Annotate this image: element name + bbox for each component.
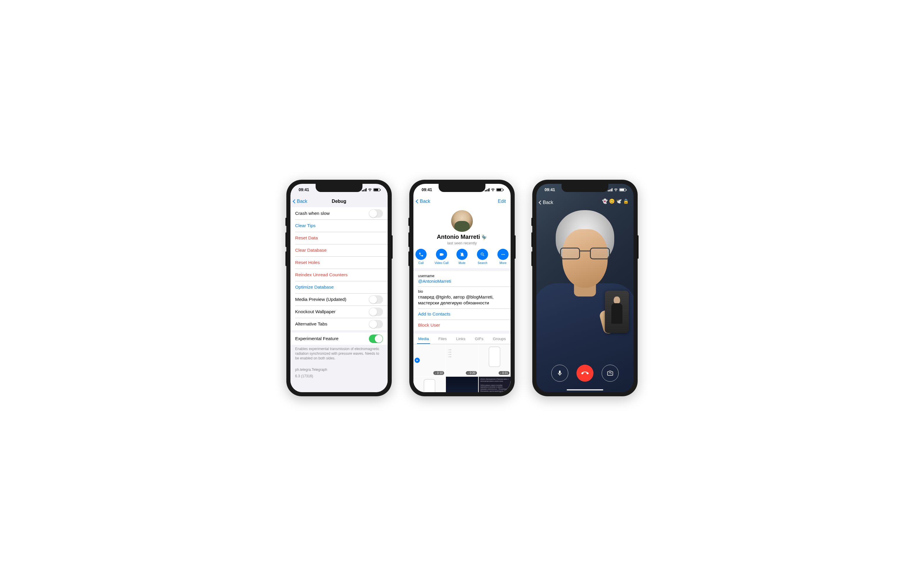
media-tabs: Media Files Links GIFs Groups — [413, 334, 511, 344]
battery-icon — [373, 188, 380, 191]
version-label: 6.3 (17316) — [290, 374, 388, 380]
more-button[interactable]: More — [495, 249, 511, 265]
signal-icon — [485, 188, 490, 191]
bio-value: главред @tginfo, автор @blogMarreti, мас… — [418, 294, 506, 306]
play-icon — [415, 358, 420, 363]
row-media-preview[interactable]: Media Preview (Updated) — [290, 293, 388, 306]
row-knockout-wallpaper[interactable]: Knockout Wallpaper — [290, 306, 388, 318]
toggle-crash[interactable] — [369, 209, 383, 218]
local-video-pip[interactable] — [605, 291, 629, 333]
notch — [439, 184, 485, 192]
back-button[interactable]: Back — [416, 199, 431, 204]
phone-side-button — [285, 218, 287, 226]
camera-flip-icon — [607, 370, 613, 376]
chevron-left-icon — [293, 199, 297, 203]
phone-frame-videocall: 09:41 Back 👻 😊 🕊️ 🔒 — [532, 180, 638, 396]
phone-icon — [419, 252, 424, 257]
status-time: 09:41 — [544, 187, 555, 192]
media-item[interactable]: области, Краснодарском и Пермском краях,… — [479, 377, 511, 392]
more-icon — [501, 252, 506, 257]
call-button[interactable]: Call — [413, 249, 429, 265]
profile-name-text: Antonio Marreti — [437, 234, 480, 240]
toggle-experimental[interactable] — [369, 334, 383, 343]
wifi-icon — [614, 188, 618, 191]
row-label: Optimize Database — [295, 285, 334, 290]
video-call-button[interactable]: Video Call — [434, 249, 449, 265]
row-clear-tips[interactable]: Clear Tips — [290, 219, 388, 232]
tab-gifs[interactable]: GIFs — [474, 334, 485, 344]
media-item[interactable] — [413, 377, 445, 392]
remote-video-feed — [536, 184, 634, 392]
tab-files[interactable]: Files — [437, 334, 448, 344]
info-label: bio — [418, 290, 506, 294]
svg-point-2 — [503, 254, 504, 255]
action-label: Call — [418, 261, 424, 265]
username-block[interactable]: username @AntonioMarreti — [413, 271, 511, 286]
battery-icon — [619, 188, 626, 191]
nav-bar: Back Debug — [290, 195, 388, 207]
row-label: Clear Tips — [295, 223, 315, 228]
block-user-button[interactable]: Block User — [413, 320, 511, 331]
row-clear-database[interactable]: Clear Database — [290, 244, 388, 256]
media-item[interactable]: ↓ 0:10 — [413, 344, 445, 376]
row-label: Knockout Wallpaper — [295, 309, 336, 314]
phone-side-button — [408, 232, 410, 247]
row-optimize-db[interactable]: Optimize Database — [290, 281, 388, 293]
row-reset-data[interactable]: Reset Data — [290, 232, 388, 244]
phone-side-button — [285, 232, 287, 247]
hangup-icon — [581, 370, 589, 377]
row-label: Experimental Feature — [295, 336, 338, 341]
toggle-knockout[interactable] — [369, 307, 383, 316]
phone-frame-debug: 09:41 Back Debug Crash when slow Clear T… — [286, 180, 392, 396]
row-alternative-tabs[interactable]: Alternative Tabs — [290, 318, 388, 330]
notch — [562, 184, 609, 192]
notch — [315, 184, 362, 192]
profile-status: last seen recently — [413, 241, 511, 245]
tab-groups[interactable]: Groups — [492, 334, 507, 344]
wifi-icon — [491, 188, 495, 191]
flip-camera-button[interactable] — [602, 365, 619, 382]
mute-button[interactable]: Mute — [455, 249, 469, 265]
bundle-id: ph.telegra.Telegraph — [290, 366, 388, 374]
avatar[interactable] — [451, 210, 473, 232]
signal-icon — [608, 188, 613, 191]
status-time: 09:41 — [299, 187, 309, 192]
row-label: Reset Holes — [295, 260, 320, 265]
back-button[interactable]: Back — [293, 199, 307, 204]
action-label: Search — [477, 261, 487, 265]
media-item[interactable]: ↓ 0:31 — [479, 344, 511, 376]
add-to-contacts-button[interactable]: Add to Contacts — [413, 309, 511, 320]
tab-links[interactable]: Links — [455, 334, 467, 344]
row-reset-holes[interactable]: Reset Holes — [290, 256, 388, 269]
search-icon — [480, 252, 485, 257]
phone-side-button — [408, 251, 410, 266]
media-item[interactable] — [446, 377, 478, 392]
bell-off-icon — [460, 252, 464, 257]
action-label: Video Call — [434, 261, 448, 265]
back-label: Back — [543, 200, 553, 205]
toggle-alt-tabs[interactable] — [369, 320, 383, 328]
tab-media[interactable]: Media — [417, 334, 430, 344]
status-time: 09:41 — [421, 187, 432, 192]
nav-bar: Back — [536, 197, 634, 208]
mute-mic-button[interactable] — [551, 365, 568, 382]
info-label: username — [418, 274, 506, 278]
toggle-media-preview[interactable] — [369, 295, 383, 304]
action-label: Mute — [458, 261, 465, 265]
row-label: Alternative Tabs — [295, 322, 327, 326]
profile-header: Antonio Marreti 🦤 last seen recently Cal… — [413, 207, 511, 268]
nav-title: Debug — [332, 199, 346, 204]
row-reindex-unread[interactable]: Reindex Unread Counters — [290, 269, 388, 281]
home-indicator[interactable] — [567, 389, 604, 390]
row-experimental-feature[interactable]: Experimental Feature — [290, 333, 388, 345]
username-value: @AntonioMarreti — [418, 278, 506, 283]
media-item[interactable]: • ••••• ••••• ••••• •••• ↓ 0:20 — [446, 344, 478, 376]
chevron-left-icon — [539, 200, 543, 205]
end-call-button[interactable] — [576, 365, 594, 382]
row-crash-when-slow[interactable]: Crash when slow — [290, 207, 388, 219]
search-button[interactable]: Search — [475, 249, 490, 265]
signal-icon — [362, 188, 367, 191]
phone-side-button — [532, 218, 533, 226]
back-button[interactable]: Back — [539, 200, 553, 205]
edit-button[interactable]: Edit — [498, 199, 506, 204]
